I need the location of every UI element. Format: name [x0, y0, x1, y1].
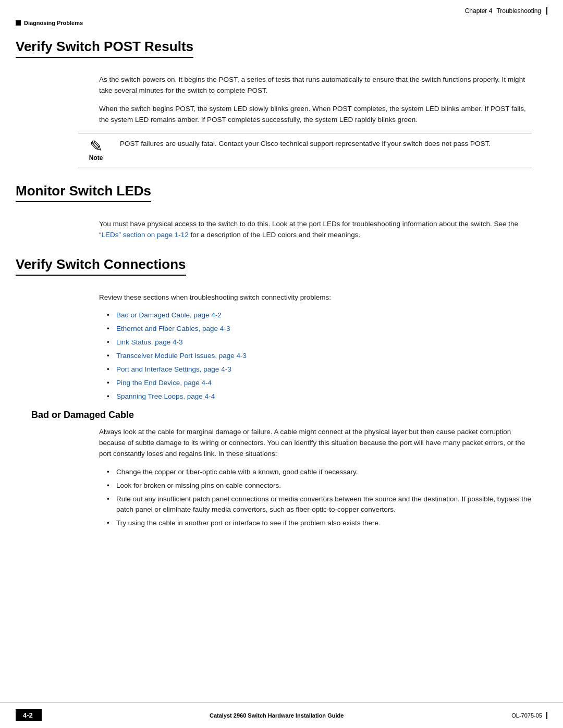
breadcrumb-label: Diagnosing Problems — [24, 20, 83, 26]
note-icon-area: ✎ Note — [78, 139, 120, 162]
header-chapter-title: Troubleshooting — [496, 7, 541, 15]
footer-doc-title: Catalyst 2960 Switch Hardware Installati… — [42, 712, 511, 719]
subsection-bad-cable: Bad or Damaged Cable Always look at the … — [16, 410, 547, 529]
leds-text-pre: You must have physical access to the swi… — [99, 220, 518, 228]
page-footer: 4-2 Catalyst 2960 Switch Hardware Instal… — [0, 702, 563, 728]
bad-cable-paragraph-1: Always look at the cable for marginal da… — [99, 427, 532, 460]
list-item: Link Status, page 4-3 — [107, 337, 532, 348]
header-chapter-label: Chapter 4 — [465, 7, 493, 15]
link-link-status[interactable]: Link Status, page 4-3 — [116, 338, 183, 346]
section-monitor-leds: Monitor Switch LEDs You must have physic… — [16, 183, 547, 241]
note-pencil-icon: ✎ — [90, 139, 103, 154]
header-separator — [546, 7, 547, 15]
leds-paragraph-1: You must have physical access to the swi… — [99, 219, 532, 241]
section-title-wrapper-post: Verify Switch POST Results — [16, 39, 547, 66]
breadcrumb-square — [16, 20, 21, 26]
page-header: Chapter 4 Troubleshooting — [0, 0, 563, 18]
link-bad-cable[interactable]: Bad or Damaged Cable, page 4-2 — [116, 311, 222, 319]
leds-text-post: for a description of the LED colors and … — [189, 231, 360, 239]
section-title-connections: Verify Switch Connections — [16, 256, 186, 276]
subsection-title-wrapper-bad-cable: Bad or Damaged Cable — [31, 410, 547, 421]
breadcrumb: Diagnosing Problems — [16, 20, 83, 26]
link-port-interface[interactable]: Port and Interface Settings, page 4-3 — [116, 365, 231, 373]
list-item: Bad or Damaged Cable, page 4-2 — [107, 310, 532, 321]
footer-doc-number: OL-7075-05 — [511, 712, 547, 719]
leds-link[interactable]: “LEDs” section on page 1-12 — [99, 231, 189, 239]
footer-separator — [546, 712, 547, 719]
post-paragraph-1: As the switch powers on, it begins the P… — [99, 75, 532, 96]
link-transceiver[interactable]: Transceiver Module Port Issues, page 4-3 — [116, 352, 247, 360]
note-container: ✎ Note POST failures are usually fatal. … — [78, 133, 532, 167]
connections-link-list: Bad or Damaged Cable, page 4-2 Ethernet … — [107, 310, 532, 402]
list-item: Spanning Tree Loops, page 4-4 — [107, 391, 532, 402]
bad-cable-bullet-list: Change the copper or fiber-optic cable w… — [107, 467, 532, 529]
section-title-post: Verify Switch POST Results — [16, 39, 193, 58]
list-item: Try using the cable in another port or i… — [107, 518, 532, 529]
list-item: Rule out any insufficient patch panel co… — [107, 494, 532, 516]
list-item: Port and Interface Settings, page 4-3 — [107, 364, 532, 375]
list-item: Look for broken or missing pins on cable… — [107, 480, 532, 491]
subsection-title-bad-cable: Bad or Damaged Cable — [31, 410, 134, 420]
section-title-wrapper-connections: Verify Switch Connections — [16, 256, 547, 284]
section-title-leds: Monitor Switch LEDs — [16, 183, 151, 202]
link-spanning-tree[interactable]: Spanning Tree Loops, page 4-4 — [116, 392, 215, 400]
list-item: Change the copper or fiber-optic cable w… — [107, 467, 532, 478]
list-item: Ping the End Device, page 4-4 — [107, 378, 532, 389]
page-container: Chapter 4 Troubleshooting Diagnosing Pro… — [0, 0, 563, 728]
connections-intro: Review these sections when troubleshooti… — [99, 292, 532, 303]
list-item: Transceiver Module Port Issues, page 4-3 — [107, 351, 532, 362]
post-paragraph-2: When the switch begins POST, the system … — [99, 104, 532, 126]
note-text: POST failures are usually fatal. Contact… — [120, 139, 532, 149]
list-item: Ethernet and Fiber Cables, page 4-3 — [107, 324, 532, 335]
section-title-wrapper-leds: Monitor Switch LEDs — [16, 183, 547, 211]
content-area: Verify Switch POST Results As the switch… — [0, 18, 563, 555]
section-verify-connections: Verify Switch Connections Review these s… — [16, 256, 547, 529]
footer-page-number: 4-2 — [16, 709, 42, 721]
note-label: Note — [89, 154, 103, 162]
link-ethernet-fiber[interactable]: Ethernet and Fiber Cables, page 4-3 — [116, 325, 230, 332]
section-verify-post: Verify Switch POST Results As the switch… — [16, 39, 547, 167]
link-ping-end-device[interactable]: Ping the End Device, page 4-4 — [116, 379, 212, 387]
